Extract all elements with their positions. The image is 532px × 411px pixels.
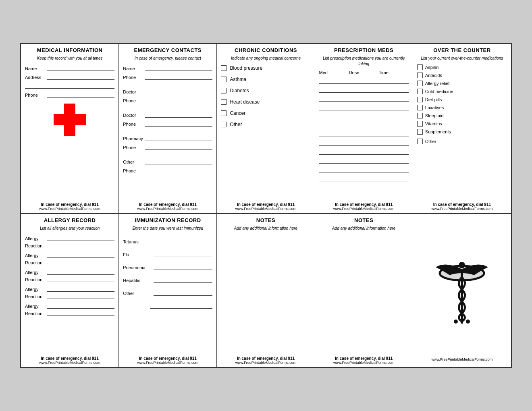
cell-immunization: IMMUNIZATION RECORD Enter the date you w… xyxy=(119,214,217,367)
heart-checkbox[interactable] xyxy=(221,99,227,105)
allergy-3-row: Allergy xyxy=(25,268,114,275)
med-header: Med xyxy=(319,70,349,75)
pneumonia-input[interactable] xyxy=(154,264,212,270)
otc-other-checkbox[interactable] xyxy=(417,139,423,144)
ec-doc-phone-input[interactable] xyxy=(145,97,212,103)
address2-input[interactable] xyxy=(25,82,114,89)
otc-aspirin: Aspirin xyxy=(417,64,507,70)
allergy-4-input[interactable] xyxy=(47,285,114,292)
antacids-checkbox[interactable] xyxy=(417,73,423,78)
cell-notes-1: NOTES Add any additional information her… xyxy=(217,214,315,367)
notes-1-title: NOTES xyxy=(221,217,310,223)
hepatitis-row: Hepatitis xyxy=(123,276,212,283)
ec-pharm-phone-input[interactable] xyxy=(145,143,212,150)
immun-extra-line[interactable] xyxy=(150,302,213,309)
ec-name-label: Name xyxy=(123,66,143,71)
ec-doctor2-input[interactable] xyxy=(145,111,212,118)
hepatitis-input[interactable] xyxy=(154,276,212,283)
rx-line-3[interactable] xyxy=(319,94,409,102)
laxatives-checkbox[interactable] xyxy=(417,105,423,110)
otc-url: www.FreePrintableMedicalForms.com xyxy=(413,207,511,211)
phone-input[interactable] xyxy=(47,91,114,98)
cell-prescription: PRESCRIPTION MEDS List prescription medi… xyxy=(315,44,413,213)
reaction-2-label: Reaction xyxy=(25,260,45,265)
rx-line-12[interactable] xyxy=(319,174,409,181)
supplements-checkbox[interactable] xyxy=(417,129,423,135)
prescription-url: www.FreePrintableMedicalForms.com xyxy=(315,207,413,211)
ec-phone-label: Phone xyxy=(123,75,143,80)
ec-doctor-input[interactable] xyxy=(145,88,212,94)
notes-2-area[interactable] xyxy=(319,235,409,315)
allergy-1-input[interactable] xyxy=(47,235,114,241)
rx-line-9[interactable] xyxy=(319,147,409,155)
immunization-footer: In case of emergency, dial 911 www.FreeP… xyxy=(119,356,216,365)
allergy-3-input[interactable] xyxy=(47,268,114,275)
rx-line-4[interactable] xyxy=(319,103,409,110)
asthma-checkbox[interactable] xyxy=(221,77,227,82)
allergy-2-input[interactable] xyxy=(47,251,114,258)
rx-line-11[interactable] xyxy=(319,165,409,172)
tetanus-input[interactable] xyxy=(154,238,212,244)
cell-otc: OVER THE COUNTER List your current over-… xyxy=(413,44,511,213)
name-input[interactable] xyxy=(47,64,114,71)
prescription-title: PRESCRIPTION MEDS xyxy=(319,47,409,53)
reaction-5-input[interactable] xyxy=(47,309,114,316)
medical-form: MEDICAL INFORMATION Keep this record wit… xyxy=(20,43,512,368)
reaction-2-input[interactable] xyxy=(47,259,114,265)
ec-phone-input[interactable] xyxy=(145,73,212,80)
chronic-other-checkbox[interactable] xyxy=(221,122,227,127)
notes-2-url: www.FreePrintableMedicalForms.com xyxy=(315,361,413,365)
allergy-5-input[interactable] xyxy=(47,302,114,309)
reaction-3-input[interactable] xyxy=(47,276,114,282)
diet-pills-checkbox[interactable] xyxy=(417,97,423,102)
rx-line-1[interactable] xyxy=(319,77,409,84)
otc-antacids: Antacids xyxy=(417,73,507,78)
ec-doc-phone2-input[interactable] xyxy=(145,120,212,127)
cancer-checkbox[interactable] xyxy=(221,110,227,116)
name-label: Name xyxy=(25,66,45,71)
reaction-4-input[interactable] xyxy=(47,293,114,299)
bp-checkbox[interactable] xyxy=(221,65,227,71)
allergy-relief-checkbox[interactable] xyxy=(417,81,423,86)
address-input[interactable] xyxy=(47,73,114,80)
flu-input[interactable] xyxy=(154,251,212,257)
ec-other-input[interactable] xyxy=(145,158,212,164)
reaction-1-input[interactable] xyxy=(47,242,114,248)
sleep-aid-checkbox[interactable] xyxy=(417,113,423,118)
vitamins-checkbox[interactable] xyxy=(417,121,423,127)
notes-1-area[interactable] xyxy=(221,235,310,315)
reaction-4-label: Reaction xyxy=(25,294,45,299)
immun-other-input[interactable] xyxy=(154,289,212,296)
otc-supplements: Supplements xyxy=(417,129,507,135)
aspirin-checkbox[interactable] xyxy=(417,64,423,70)
red-cross-icon xyxy=(54,104,86,136)
condition-bp: Blood pressure xyxy=(221,65,310,71)
allergy-1-label: Allergy xyxy=(25,236,45,241)
rx-line-2[interactable] xyxy=(319,85,409,93)
name-field-row: Name xyxy=(25,64,114,71)
rx-line-6[interactable] xyxy=(319,121,409,128)
ec-pharmacy-row: Pharmacy xyxy=(123,135,212,141)
notes-1-url: www.FreePrintableMedicalForms.com xyxy=(217,361,314,365)
rx-line-10[interactable] xyxy=(319,156,409,164)
rx-line-7[interactable] xyxy=(319,130,409,137)
allergy-4-row: Allergy xyxy=(25,285,114,292)
condition-asthma: Asthma xyxy=(221,77,310,82)
svg-point-3 xyxy=(459,262,465,268)
cell-chronic: CHRONIC CONDITIONS Indicate any ongoing … xyxy=(217,44,315,213)
otc-other-row: Other xyxy=(417,139,507,144)
diabetes-checkbox[interactable] xyxy=(221,88,227,93)
notes-2-dial: In case of emergency, dial 911 xyxy=(315,356,413,361)
diet-pills-label: Diet pills xyxy=(425,97,442,102)
ec-pharmacy-input[interactable] xyxy=(145,135,212,141)
ec-other-phone-input[interactable] xyxy=(145,167,212,173)
notes-1-subtitle: Add any additional information here xyxy=(221,226,310,231)
ec-name-input[interactable] xyxy=(145,64,212,71)
cold-medicine-checkbox[interactable] xyxy=(417,89,423,94)
bottom-grid: ALLERGY RECORD List all allergies and yo… xyxy=(21,214,511,367)
rx-line-8[interactable] xyxy=(319,139,409,146)
rx-line-5[interactable] xyxy=(319,112,409,119)
allergy-dial: In case of emergency, dial 911 xyxy=(21,356,118,361)
medical-info-footer: In case of emergency, dial 911 www.FreeP… xyxy=(21,202,118,211)
cell-emergency-contacts: EMERGENCY CONTACTS In case of emergency,… xyxy=(119,44,217,213)
